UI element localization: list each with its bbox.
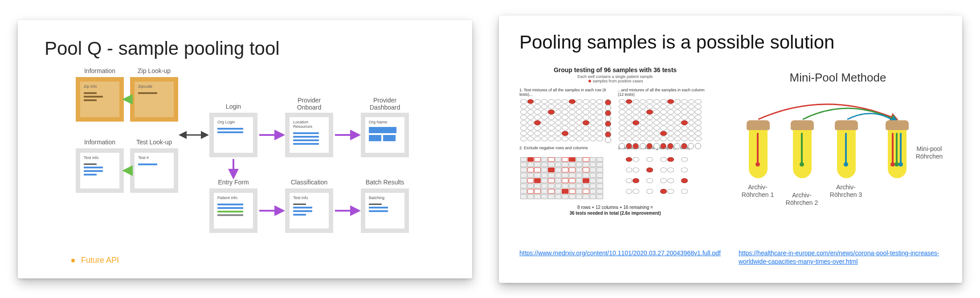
red-dot-icon	[588, 80, 591, 82]
minipool-title: Mini-Pool Methode	[733, 71, 943, 85]
box-inner-title: Location Resources	[290, 117, 329, 129]
slide-pair: Pool Q - sample pooling tool Information…	[0, 0, 980, 298]
slide-poolq: Pool Q - sample pooling tool Information…	[18, 20, 472, 278]
plate-cols	[618, 98, 702, 142]
box-inner-title: Batching	[365, 193, 404, 200]
plate-rows	[519, 98, 604, 142]
box-inner-title: Test #	[135, 153, 174, 160]
box-inner-title: Org Name	[365, 117, 404, 124]
box-entry-form: Entry Form Patient info	[209, 188, 257, 233]
tube-3	[837, 120, 856, 178]
box-login: Login Org Login	[209, 113, 257, 157]
box-inner-title: Zipcode	[135, 82, 174, 89]
tube-2	[793, 120, 812, 178]
box-provider-dashboard: Provider Dashboard Org Name	[361, 113, 409, 157]
tube-diagram: Archiv-Röhrchen 1 Archiv-Röhrchen 2 Arch…	[733, 98, 943, 205]
link-healthcare-europe[interactable]: https://healthcare-in-europe.com/en/news…	[739, 249, 943, 266]
box-cap: Zip Look-up	[130, 67, 178, 75]
step-2-label: 2. Exclude negative rows and columns	[519, 146, 612, 155]
gt-sub-2: samples from positive cases	[592, 79, 643, 83]
tube-1	[749, 120, 768, 178]
box-information-1: Information Zip info	[76, 77, 124, 122]
flow-diagram: Information Zip info Zip Look-up Zipcode…	[45, 64, 445, 242]
box-cap: Batch Results	[361, 179, 409, 186]
link-medrxiv[interactable]: https://www.medrxiv.org/content/10.1101/…	[519, 249, 721, 266]
gt-foot-2: 36 tests needed in total (2.6x improveme…	[569, 211, 661, 216]
box-zip-lookup: Zip Look-up Zipcode	[130, 77, 178, 122]
tube-2-label: Archiv-Röhrchen 2	[782, 192, 822, 207]
step-1b-label: ...and mixtures of all the samples in ea…	[618, 88, 711, 98]
box-cap: Classification	[285, 179, 333, 186]
plate-exclude	[519, 156, 604, 200]
box-inner-title: Org Login	[214, 117, 253, 124]
minipool-figure: Mini-Pool Methode	[733, 66, 943, 245]
box-test-lookup: Test Look-up Test #	[130, 148, 178, 193]
slide-body: Group testing of 96 samples with 36 test…	[519, 66, 944, 245]
box-information-2: Information Test info	[76, 148, 124, 193]
box-inner-title: Test info	[80, 153, 119, 160]
box-cap: Provider Onboard	[285, 97, 333, 112]
slide-pooling: Pooling samples is a possible solution G…	[499, 16, 962, 283]
gt-title: Group testing of 96 samples with 36 test…	[519, 66, 711, 73]
gt-subtitle: Each well contains a single patient samp…	[519, 74, 711, 83]
gt-foot-1: 8 rows + 12 columns + 16 remaining =	[577, 205, 653, 210]
group-testing-figure: Group testing of 96 samples with 36 test…	[519, 66, 711, 245]
box-cap: Information	[76, 67, 124, 75]
box-inner-title: Zip info	[80, 82, 119, 89]
slide-title: Pooling samples is a possible solution	[519, 32, 944, 53]
gt-footer: 8 rows + 12 columns + 16 remaining = 36 …	[519, 204, 711, 216]
step-1a-label: 1. Test mixtures of all the samples in e…	[519, 88, 612, 98]
plate-remaining	[618, 156, 702, 200]
box-cap: Login	[209, 103, 257, 110]
tube-mp-label: Mini-pool Röhrchen	[911, 145, 947, 160]
gt-sub-1: Each well contains a single patient samp…	[577, 74, 653, 79]
box-cap: Entry Form	[209, 179, 257, 186]
future-api-bullet: Future API	[71, 256, 119, 265]
box-cap: Provider Dashboard	[361, 97, 409, 112]
box-batch-results: Batch Results Batching	[361, 188, 409, 233]
future-api-text: Future API	[81, 256, 119, 265]
bullet-icon	[71, 259, 75, 262]
box-cap: Test Look-up	[130, 139, 178, 146]
box-inner-title: Test info	[290, 193, 329, 200]
box-classification: Classification Test info	[285, 188, 333, 233]
box-provider-onboard: Provider Onboard Location Resources	[285, 113, 333, 157]
box-cap: Information	[76, 139, 124, 146]
source-links: https://www.medrxiv.org/content/10.1101/…	[519, 249, 944, 266]
tube-minipool	[888, 120, 906, 178]
box-inner-title: Patient info	[214, 193, 253, 200]
tube-1-label: Archiv-Röhrchen 1	[738, 184, 778, 199]
tube-3-label: Archiv-Röhrchen 3	[826, 184, 866, 199]
slide-title: Pool Q - sample pooling tool	[45, 38, 454, 59]
